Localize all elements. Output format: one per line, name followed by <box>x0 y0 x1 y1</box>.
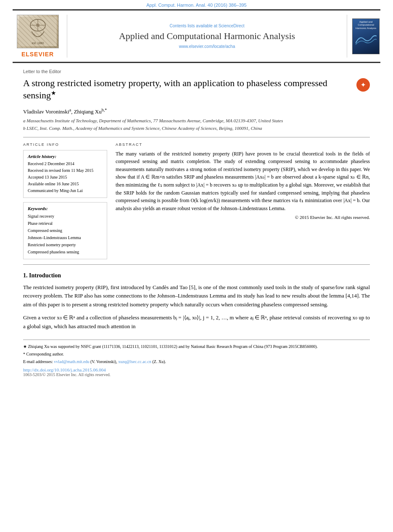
article-body: Letter to the Editor ✦ A strong restrict… <box>0 69 393 380</box>
abstract-text: The many variants of the restricted isom… <box>116 150 370 213</box>
article-title: A strong restricted isometry property, w… <box>23 77 370 102</box>
article-info-heading: ARTICLE INFO <box>23 142 107 147</box>
abstract-heading: ABSTRACT <box>116 142 370 147</box>
elsevier-wordmark: ELSEVIER <box>21 51 54 58</box>
corresponding-note: * Corresponding author. <box>23 351 370 357</box>
email-footnote: E-mail addresses: vvlad@math.mit.edu (V.… <box>23 358 370 365</box>
cover-title-text: Applied and Computational Harmonic Analy… <box>354 21 378 30</box>
journal-url[interactable]: www.elsevier.com/locate/acha <box>179 44 235 49</box>
journal-cover-image: Applied and Computational Harmonic Analy… <box>352 18 380 54</box>
elsevier-logo-section: est. 1880 ELSEVIER <box>13 15 67 58</box>
svg-rect-0 <box>19 17 57 46</box>
available-date: Available online 16 June 2015 <box>28 181 103 187</box>
journal-cover-section: Applied and Computational Harmonic Analy… <box>347 15 380 58</box>
received-date: Received 2 December 2014 <box>28 161 103 167</box>
journal-title: Applied and Computational Harmonic Analy… <box>119 31 295 42</box>
info-abstract-columns: ARTICLE INFO Article history: Received 2… <box>23 142 370 259</box>
title-star: ★ <box>51 90 56 96</box>
intro-paragraph-2: Given a vector x₀ ∈ ℝⁿ and a collection … <box>23 313 370 331</box>
keywords-box: Keywords: Signal recovery Phase retrieva… <box>23 202 107 259</box>
accepted-date: Accepted 13 June 2015 <box>28 174 103 181</box>
keyword-4: Johnson–Lindenstrauss Lemma <box>28 234 103 241</box>
journal-header: est. 1880 ELSEVIER Contents lists availa… <box>13 9 380 63</box>
intro-paragraph-1: The restricted isometry property (RIP), … <box>23 283 370 309</box>
keyword-1: Signal recovery <box>28 213 103 220</box>
journal-title-section: Contents lists available at ScienceDirec… <box>67 15 347 58</box>
letter-label: Letter to the Editor <box>23 69 370 74</box>
article-info-column: ARTICLE INFO Article history: Received 2… <box>23 142 107 259</box>
section-divider <box>23 137 370 137</box>
affiliation-a: a Massachusetts Institute of Technology,… <box>23 118 370 124</box>
keyword-6: Compressed phaseless sensing <box>28 248 103 255</box>
introduction-heading: 1. Introduction <box>23 272 370 279</box>
keyword-5: Restricted isometry property <box>28 241 103 248</box>
doi-link[interactable]: http://dx.doi.org/10.1016/j.acha.2015.06… <box>23 367 370 372</box>
svg-point-1 <box>30 19 45 31</box>
crossmark-icon: ✦ <box>356 78 370 92</box>
keywords-label: Keywords: <box>28 206 103 211</box>
footnote-area: ★ Zhiqiang Xu was supported by NSFC gran… <box>23 340 370 380</box>
keyword-3: Compressed sensing <box>28 227 103 234</box>
revised-date: Received in revised form 11 May 2015 <box>28 167 103 174</box>
introduction-section: 1. Introduction The restricted isometry … <box>23 272 370 331</box>
svg-point-4 <box>36 24 40 27</box>
star-footnote: ★ Zhiqiang Xu was supported by NSFC gran… <box>23 343 370 350</box>
email2-link[interactable]: xuzq@lsec.cc.ac.cn <box>118 359 151 364</box>
journal-reference: Appl. Comput. Harmon. Anal. 40 (2016) 38… <box>0 0 393 9</box>
elsevier-image-logo: est. 1880 <box>17 15 59 48</box>
affiliation-b: b LSEC, Inst. Comp. Math., Academy of Ma… <box>23 125 370 132</box>
contents-available-line: Contents lists available at ScienceDirec… <box>170 24 245 28</box>
abstract-copyright: © 2015 Elsevier Inc. All rights reserved… <box>116 215 370 220</box>
section-divider-2 <box>23 264 370 265</box>
sciencedirect-link[interactable]: ScienceDirect <box>219 24 245 28</box>
issn-line: 1063-5203/© 2015 Elsevier Inc. All right… <box>23 372 370 377</box>
abstract-column: ABSTRACT The many variants of the restri… <box>116 142 370 259</box>
keyword-2: Phase retrieval <box>28 220 103 227</box>
history-label: Article history: <box>28 154 103 159</box>
crossmark-badge[interactable]: ✦ <box>356 78 370 92</box>
cover-wave-graphic <box>356 33 377 45</box>
authors-line: Vladislav Voroninskia, Zhiqiang Xub,* <box>23 108 370 115</box>
article-title-block: ✦ A strong restricted isometry property,… <box>23 77 370 102</box>
article-history-box: Article history: Received 2 December 201… <box>23 150 107 198</box>
email1-link[interactable]: vvlad@math.mit.edu <box>54 359 89 364</box>
communicated-by: Communicated by Ming-Jun Lai <box>28 187 103 194</box>
svg-text:est. 1880: est. 1880 <box>32 42 44 45</box>
